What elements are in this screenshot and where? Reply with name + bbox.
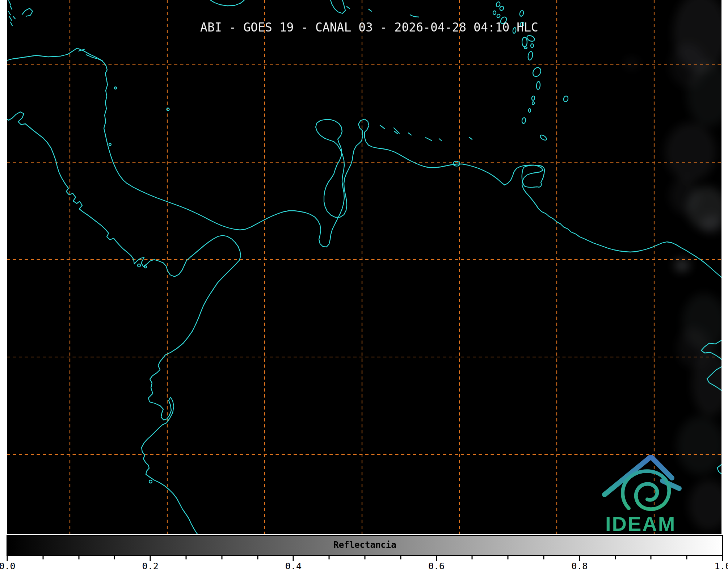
- product-title: ABI - GOES 19 - CANAL 03 - 2026-04-28 04…: [7, 20, 721, 34]
- colorbar-tick-label-1.0: 1.0: [714, 561, 728, 571]
- colorbar-ticks: [0, 556, 728, 561]
- reflectance-colorbar: Reflectancia: [7, 535, 723, 556]
- colorbar-tick-label-0.6: 0.6: [428, 561, 445, 571]
- satellite-map: ABI - GOES 19 - CANAL 03 - 2026-04-28 04…: [0, 0, 728, 534]
- colorbar-tick-label-0.4: 0.4: [285, 561, 302, 571]
- colorbar-tick-labels: 0.00.20.40.60.81.0: [0, 561, 728, 571]
- satellite-map-canvas: [0, 0, 728, 534]
- ideam-logo-text: IDEAM: [605, 512, 692, 536]
- colorbar-label: Reflectancia: [8, 540, 722, 550]
- colorbar-tick-label-0.0: 0.0: [0, 561, 16, 571]
- colorbar-tick-label-0.8: 0.8: [571, 561, 588, 571]
- colorbar-tick-label-0.2: 0.2: [142, 561, 159, 571]
- map-background: [7, 0, 721, 534]
- satellite-product-page: ABI - GOES 19 - CANAL 03 - 2026-04-28 04…: [0, 0, 728, 571]
